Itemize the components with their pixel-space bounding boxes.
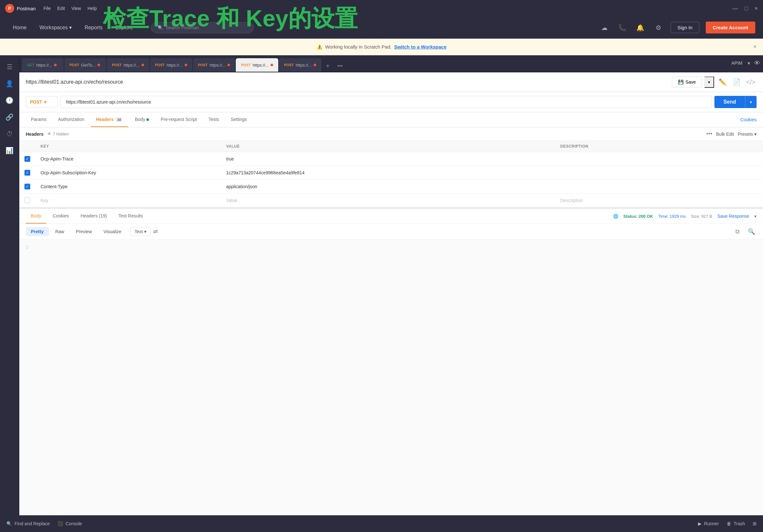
menu-edit[interactable]: Edit (57, 6, 65, 11)
response-tab-test-results[interactable]: Test Results (113, 209, 148, 224)
response-tab-body[interactable]: Body (26, 209, 46, 224)
sidebar-history-icon[interactable]: 🕐 (2, 93, 17, 108)
row-desc-placeholder[interactable]: Description (555, 194, 763, 207)
presets-button[interactable]: Presets ▾ (738, 132, 757, 137)
menu-file[interactable]: File (44, 6, 51, 11)
tab-method-1: POST (69, 63, 79, 67)
save-button[interactable]: 💾 Save (672, 76, 702, 87)
send-button[interactable]: Send (714, 96, 745, 108)
nav-home[interactable]: Home (8, 22, 32, 33)
edit-icon[interactable]: ✏️ (717, 76, 728, 88)
collection-dropdown[interactable]: ▾ (748, 60, 750, 66)
find-replace-button[interactable]: 🔍 Find and Replace (6, 521, 50, 526)
row-checkbox-1[interactable]: ✓ (25, 170, 30, 176)
tab-authorization[interactable]: Authorization (53, 112, 89, 127)
more-options-icon[interactable]: ••• (706, 131, 712, 137)
close-button[interactable]: × (754, 5, 758, 12)
trash-button[interactable]: 🗑 Trash (727, 521, 745, 526)
tab-1[interactable]: POST GetTo... (64, 58, 106, 72)
switch-workspace-link[interactable]: Switch to a Workspace (394, 44, 447, 50)
cookies-link[interactable]: Cookies (740, 117, 757, 122)
nav-reports[interactable]: Reports (79, 22, 108, 33)
layout-button[interactable]: ⊞ (753, 521, 757, 526)
tab-4[interactable]: POST https://... (193, 58, 236, 72)
tab-0[interactable]: GET https://... (22, 58, 64, 72)
save-response-button[interactable]: Save Response (717, 214, 749, 219)
method-select[interactable]: POST ▾ (26, 96, 58, 107)
url-input[interactable] (60, 96, 712, 108)
bulk-edit-button[interactable]: Bulk Edit (716, 132, 734, 137)
row-desc-0[interactable] (555, 152, 763, 166)
tab-headers[interactable]: Headers10 (91, 112, 129, 127)
sidebar-environments-icon[interactable]: 👤 (2, 76, 17, 91)
sidebar-mocks-icon[interactable]: 🔗 (2, 109, 17, 125)
nav-explore[interactable]: Explore (110, 22, 138, 33)
tab-settings[interactable]: Settings (226, 112, 252, 127)
bell-icon[interactable]: 🔔 (635, 22, 646, 34)
runner-button[interactable]: ▶ Runner (698, 521, 719, 526)
row-checkbox-3[interactable] (25, 197, 30, 203)
menu-help[interactable]: Help (87, 6, 97, 11)
search-icon: 🔍 (158, 25, 163, 30)
sidebar-flows-icon[interactable]: 📊 (2, 143, 17, 158)
send-dropdown-button[interactable]: ▾ (745, 96, 757, 108)
phone-icon[interactable]: 📞 (617, 22, 628, 34)
code-icon[interactable]: </> (745, 76, 757, 88)
add-tab-button[interactable]: + (322, 60, 334, 72)
tab-method-4: POST (198, 63, 208, 67)
more-tabs-button[interactable]: ••• (334, 60, 346, 72)
row-value-2[interactable]: application/json (221, 180, 555, 194)
row-value-placeholder[interactable]: Value (221, 194, 555, 207)
row-desc-1[interactable] (555, 166, 763, 180)
tab-2[interactable]: POST https://... (107, 58, 149, 72)
view-toggle-icon[interactable]: 👁 (751, 57, 763, 69)
row-key-1[interactable]: Ocp-Apim-Subscription-Key (35, 166, 221, 180)
menu-view[interactable]: View (71, 6, 81, 11)
tab-tests[interactable]: Tests (203, 112, 224, 127)
search-bar[interactable]: 🔍 Search Postman (151, 22, 254, 33)
tab-params[interactable]: Params (26, 112, 52, 127)
row-value-1[interactable]: 1c29a713a20744ce9968ea5e4a9fe814 (221, 166, 555, 180)
cloud-icon[interactable]: ☁ (599, 22, 610, 34)
format-preview[interactable]: Preview (71, 227, 97, 236)
signin-button[interactable]: Sign In (671, 22, 699, 33)
wrap-button[interactable]: ⇌ (153, 228, 158, 235)
format-visualize[interactable]: Visualize (98, 227, 127, 236)
col-check (19, 141, 35, 152)
tab-pre-request[interactable]: Pre-request Script (156, 112, 202, 127)
tab-url-4: https://... (210, 63, 226, 67)
tab-3[interactable]: POST https://... (150, 58, 192, 72)
sidebar-monitors-icon[interactable]: ⏱ (2, 126, 17, 142)
row-key-0[interactable]: Ocp-Apim-Trace (35, 152, 221, 166)
format-raw[interactable]: Raw (50, 227, 69, 236)
copy-icon[interactable]: ⧉ (732, 226, 742, 237)
sidebar-collections-icon[interactable]: ☰ (2, 59, 17, 75)
tab-6[interactable]: POST https://... (279, 58, 321, 72)
nav-workspaces[interactable]: Workspaces ▾ (35, 22, 77, 33)
tab-5-active[interactable]: POST https://... (236, 58, 278, 72)
text-format-select[interactable]: Text ▾ (130, 227, 151, 236)
search-response-icon[interactable]: 🔍 (746, 226, 757, 237)
notification-close[interactable]: × (753, 44, 757, 50)
minimize-button[interactable]: — (732, 5, 738, 12)
console-button[interactable]: ⬛ Console (57, 521, 82, 526)
save-dropdown-button[interactable]: ▾ (705, 76, 714, 88)
format-pretty[interactable]: Pretty (26, 227, 49, 236)
row-checkbox-0[interactable]: ✓ (25, 156, 30, 162)
save-response-dropdown[interactable]: ▾ (754, 214, 757, 219)
response-tab-headers[interactable]: Headers (19) (75, 209, 112, 224)
body-dot (146, 118, 149, 121)
tab-body[interactable]: Body (130, 112, 154, 127)
row-key-2[interactable]: Content-Type (35, 180, 221, 194)
create-account-button[interactable]: Create Account (706, 22, 755, 34)
row-checkbox-2[interactable]: ✓ (25, 184, 30, 189)
row-desc-2[interactable] (555, 180, 763, 194)
doc-icon[interactable]: 📄 (731, 76, 742, 88)
gear-icon[interactable]: ⚙ (653, 22, 664, 34)
row-key-placeholder[interactable]: Key (35, 194, 221, 207)
tabs-bar: GET https://... POST GetTo... POST https… (19, 55, 728, 72)
row-value-0[interactable]: true (221, 152, 555, 166)
maximize-button[interactable]: □ (745, 5, 748, 12)
response-tab-cookies[interactable]: Cookies (48, 209, 74, 224)
col-value: VALUE (221, 141, 555, 152)
